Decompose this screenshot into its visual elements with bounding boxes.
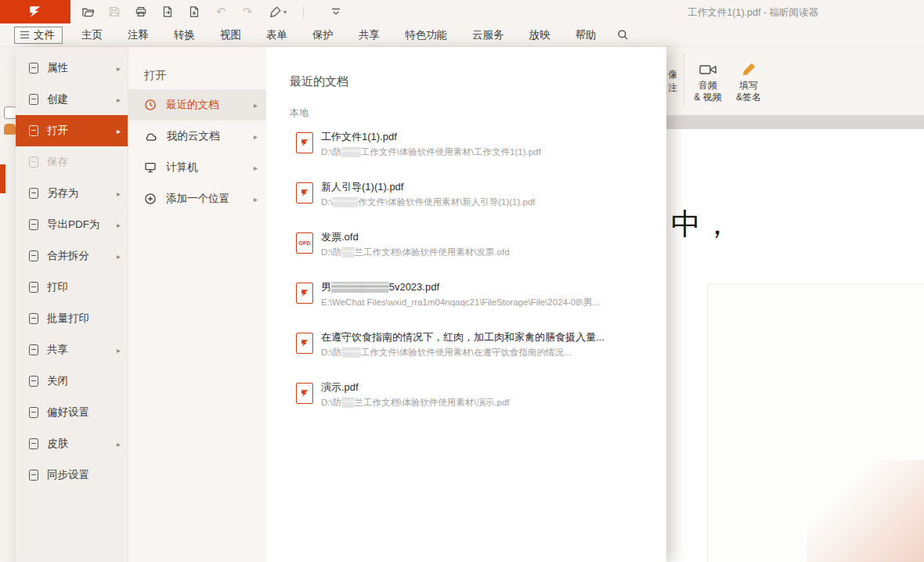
file-path: D:\防▒▒▒工作文件\体验软件使用素材\工作文件1(1).pdf: [321, 146, 541, 158]
file-path: D:\防▒▒兰工作文档\体验软件使用素材\演示.pdf: [321, 397, 510, 409]
submenu-arrow-icon: ▸: [117, 221, 121, 229]
file-path: D:\▒▒▒▒作文件\体验软件使用素材\新人引导(1)(1).pdf: [321, 196, 535, 208]
recent-documents-panel: 最近的文档 本地 工作文件1(1).pdf D:\防▒▒▒工作文件\体验软件使用…: [266, 47, 666, 562]
partial-select-tool-icon: [4, 106, 16, 119]
file-menu-label: 文件: [34, 28, 55, 42]
tab-share[interactable]: 共享: [346, 23, 392, 46]
submenu-arrow-icon: ▸: [117, 95, 121, 104]
clipped-button-label: 像 注: [668, 68, 677, 95]
open-item-computer[interactable]: 计算机 ▸: [128, 152, 266, 183]
tab-comment[interactable]: 注释: [115, 23, 161, 46]
partial-active-indicator: [0, 164, 5, 193]
submenu-arrow-icon: ▸: [117, 64, 121, 73]
ofd-file-icon: OFD: [296, 232, 313, 254]
tab-home[interactable]: 主页: [69, 23, 115, 46]
pdf-file-icon: [296, 182, 313, 204]
sign-pen-icon: [729, 53, 768, 80]
file-menu-item-print[interactable]: 打印: [16, 272, 128, 303]
submenu-arrow-icon: ▸: [254, 101, 258, 110]
file-menu-item-open[interactable]: 打开 ▸: [16, 115, 128, 146]
document-page: 中，: [666, 129, 924, 562]
create-icon: [29, 94, 38, 105]
recent-file-row[interactable]: 演示.pdf D:\防▒▒兰工作文档\体验软件使用素材\演示.pdf: [290, 380, 666, 431]
quick-access-toolbar: ↶ ↷ ▾: [78, 0, 345, 23]
tab-help[interactable]: 帮助: [563, 23, 609, 46]
file-menu-item-skins[interactable]: 皮肤 ▸: [16, 428, 128, 459]
undo-icon[interactable]: ↶: [211, 2, 230, 21]
export-pdf-icon[interactable]: [158, 2, 177, 21]
open-item-recent-documents[interactable]: 最近的文档 ▸: [128, 89, 266, 121]
file-menu-button[interactable]: 文件: [14, 27, 63, 44]
properties-icon: [29, 63, 38, 74]
open-item-my-cloud-documents[interactable]: 我的云文档 ▸: [128, 121, 266, 152]
recent-file-list: 工作文件1(1).pdf D:\防▒▒▒工作文件\体验软件使用素材\工作文件1(…: [290, 130, 666, 431]
image-corner-tint: [807, 460, 924, 562]
recent-file-row[interactable]: 在遵守饮食指南的情况下，红肉，加工肉和家禽的膳食摄入量... D:\防▒▒▒工作…: [290, 330, 666, 380]
pdf-file-icon: [296, 383, 313, 404]
audio-video-button[interactable]: 音频 & 视频: [687, 53, 729, 103]
file-menu-item-share[interactable]: 共享 ▸: [16, 334, 128, 366]
file-menu-item-preferences[interactable]: 偏好设置: [16, 397, 128, 428]
file-name: 演示.pdf: [321, 380, 510, 394]
ribbon-tabs: 主页 注释 转换 视图 表单 保护 共享 特色功能 云服务 放映 帮助: [69, 23, 609, 46]
file-menu-item-sync-settings[interactable]: 同步设置: [16, 459, 128, 491]
file-menu-item-properties[interactable]: 属性 ▸: [16, 52, 128, 84]
open-item-add-a-place[interactable]: 添加一个位置 ▸: [128, 183, 266, 214]
file-menu-column: 属性 ▸ 创建 ▸ 打开 ▸ 保存 另存为 ▸ 导出PDF为 ▸: [16, 47, 128, 562]
fill-sign-button[interactable]: 填写 &签名: [729, 53, 768, 103]
submenu-arrow-icon: ▸: [117, 127, 121, 135]
save-as-icon: [29, 188, 38, 199]
foxit-logo: [0, 0, 70, 23]
preferences-icon: [29, 407, 38, 418]
pdf-file-icon: [296, 283, 313, 304]
recent-file-row[interactable]: 工作文件1(1).pdf D:\防▒▒▒工作文件\体验软件使用素材\工作文件1(…: [290, 130, 666, 180]
tab-cloud[interactable]: 云服务: [460, 23, 517, 46]
file-menu-item-save-as[interactable]: 另存为 ▸: [16, 178, 128, 209]
document-embedded-image: [707, 283, 924, 562]
open-panel-title: 打开: [128, 67, 266, 83]
recent-file-row[interactable]: OFD 发票.ofd D:\防▒▒兰工作文档\体验软件使用素材\发票.ofd: [290, 230, 666, 280]
file-name: 男▒▒▒▒▒▒▒▒5v2023.pdf: [321, 280, 600, 294]
file-path: D:\防▒▒▒工作文件\体验软件使用素材\在遵守饮食指南的情况...: [321, 347, 605, 358]
create-pdf-icon[interactable]: [185, 2, 204, 21]
tab-convert[interactable]: 转换: [161, 23, 208, 46]
open-file-icon[interactable]: [78, 2, 97, 21]
submenu-arrow-icon: ▸: [117, 440, 121, 449]
file-menu-item-create[interactable]: 创建 ▸: [16, 84, 128, 115]
submenu-arrow-icon: ▸: [254, 195, 258, 204]
file-menu-item-merge-split[interactable]: 合并拆分 ▸: [16, 240, 128, 272]
search-icon[interactable]: [614, 26, 633, 45]
ink-signature-icon[interactable]: ▾: [265, 2, 291, 21]
file-menu-item-batch-print[interactable]: 批量打印: [16, 303, 128, 334]
print-icon[interactable]: [132, 2, 150, 21]
batch-print-icon: [29, 313, 38, 324]
collapse-ribbon-icon[interactable]: [327, 2, 345, 21]
document-partial-text: 中，: [671, 204, 734, 244]
tab-present[interactable]: 放映: [517, 23, 563, 46]
recent-file-row[interactable]: 男▒▒▒▒▒▒▒▒5v2023.pdf E:\WeChat Files\wxid…: [290, 280, 666, 330]
tab-view[interactable]: 视图: [208, 23, 254, 46]
menubar: 文件 主页 注释 转换 视图 表单 保护 共享 特色功能 云服务 放映 帮助: [0, 23, 924, 47]
open-panel-column: 打开 最近的文档 ▸ 我的云文档 ▸ 计算机 ▸ 添加: [128, 47, 266, 562]
sync-settings-icon: [29, 470, 38, 481]
cloud-icon: [144, 131, 157, 142]
file-menu-item-close[interactable]: 关闭: [16, 366, 128, 397]
tab-protect[interactable]: 保护: [300, 23, 346, 46]
video-camera-icon: [687, 53, 729, 80]
save-icon[interactable]: [105, 2, 124, 21]
print-icon: [29, 282, 38, 293]
document-canvas: 中，: [666, 116, 924, 562]
pdf-file-icon: [296, 333, 313, 354]
ribbon-separator: [684, 53, 684, 106]
submenu-arrow-icon: ▸: [117, 346, 121, 355]
tab-form[interactable]: 表单: [254, 23, 300, 46]
file-menu-item-export-pdf[interactable]: 导出PDF为 ▸: [16, 209, 128, 240]
pdf-file-icon: [296, 132, 313, 153]
recent-file-row[interactable]: 新人引导(1)(1).pdf D:\▒▒▒▒作文件\体验软件使用素材\新人引导(…: [290, 180, 666, 230]
submenu-arrow-icon: ▸: [117, 252, 121, 261]
ribbon-strip: 像 注 音频 & 视频 填写 &签名: [666, 47, 924, 116]
file-name: 工作文件1(1).pdf: [321, 130, 541, 143]
save-icon: [29, 157, 38, 168]
tab-features[interactable]: 特色功能: [392, 23, 460, 46]
redo-icon[interactable]: ↷: [238, 2, 257, 21]
